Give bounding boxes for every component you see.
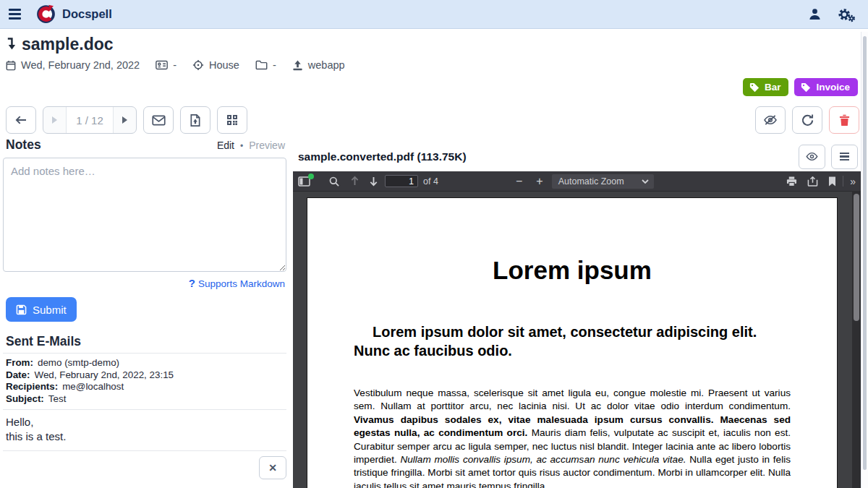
markdown-hint-label: Supports Markdown — [198, 278, 285, 289]
pdf-save-icon[interactable] — [807, 176, 818, 187]
calendar-icon — [6, 60, 16, 71]
source-value: webapp — [308, 59, 345, 71]
settings-gears-icon[interactable] — [838, 7, 855, 22]
pdf-toolbar: of 4 − + Automatic Zoom — [293, 171, 861, 191]
pdf-more-tools-icon[interactable]: » — [850, 176, 855, 187]
page-scrollbar-thumb[interactable] — [863, 36, 867, 470]
mail-button[interactable] — [143, 106, 174, 134]
pdf-zoom-select[interactable]: Automatic Zoom — [552, 174, 654, 189]
prev-page-button[interactable] — [43, 107, 66, 133]
pdf-bookmark-icon[interactable] — [828, 176, 836, 187]
question-icon: ? — [189, 277, 195, 289]
pdf-sidebar-toggle-icon[interactable] — [298, 176, 310, 187]
attachment-menu-button[interactable] — [831, 145, 858, 169]
email-from-row: From:demo (smtp-demo) — [6, 357, 284, 369]
submit-button[interactable]: Submit — [6, 297, 77, 322]
pdf-page: Lorem ipsum Lorem ipsum dolor sit amet, … — [307, 197, 838, 488]
back-button[interactable] — [6, 106, 36, 134]
upload-icon — [292, 60, 303, 71]
tab-separator-dot: • — [240, 141, 243, 151]
pdf-zoom-in-icon[interactable]: + — [536, 175, 542, 188]
notes-input[interactable] — [3, 158, 286, 272]
notes-edit-tab[interactable]: Edit — [217, 140, 234, 151]
item-date: Wed, February 2nd, 2022 — [21, 59, 140, 71]
sidebar-notification-dot — [308, 174, 314, 179]
reprocess-button[interactable] — [792, 106, 822, 134]
user-icon[interactable] — [808, 7, 822, 21]
sent-emails-title: Sent E-Mails — [3, 334, 286, 349]
pdf-next-page-icon[interactable] — [369, 176, 378, 187]
email-body: Hello, this is a test. — [3, 409, 286, 450]
page-indicator: 1 / 12 — [66, 107, 114, 133]
next-page-button[interactable] — [114, 107, 136, 133]
pdf-zoom-value: Automatic Zoom — [558, 176, 624, 187]
left-panel: Notes Edit • Preview ?Supports Markdown … — [3, 137, 286, 479]
brand-name: Docspell — [62, 7, 112, 21]
correspondent-card-icon — [156, 60, 168, 70]
tag-icon — [801, 82, 811, 93]
top-navbar: Docspell — [0, 0, 868, 29]
tag-chip[interactable]: Bar — [743, 78, 789, 96]
email-card: From:demo (smtp-demo) Date:Wed, February… — [3, 353, 286, 479]
document-meta-row: Wed, February 2nd, 2022 - House - webapp — [6, 59, 345, 71]
tag-chip[interactable]: Invoice — [794, 78, 858, 96]
save-icon — [16, 304, 27, 315]
file-upload-button[interactable] — [180, 106, 210, 134]
qr-code-button[interactable] — [217, 106, 247, 134]
folder-value: - — [273, 59, 276, 71]
pdf-print-icon[interactable] — [786, 176, 797, 187]
pdf-scrollbar-thumb[interactable] — [854, 194, 859, 321]
submit-label: Submit — [33, 304, 67, 316]
correspondent-value: - — [173, 59, 176, 71]
pdf-doc-subtitle: Lorem ipsum dolor sit amet, consectetur … — [354, 322, 791, 360]
attachment-title: sample.converted.pdf (113.75K) — [298, 150, 467, 163]
crosshair-icon — [192, 59, 204, 71]
chevron-down-icon — [642, 179, 649, 184]
attachment-pager: 1 / 12 — [43, 106, 137, 134]
document-title-row: sample.doc — [6, 35, 114, 54]
markdown-hint-link[interactable]: ?Supports Markdown — [3, 277, 286, 289]
email-recipients-row: Recipients:me@localhost — [6, 381, 284, 393]
email-body-line: Hello, — [6, 415, 284, 429]
email-date-row: Date:Wed, February 2nd, 2022, 23:15 — [6, 369, 284, 382]
brand[interactable]: Docspell — [36, 4, 112, 24]
pdf-prev-page-icon[interactable] — [350, 176, 359, 187]
item-toolbar: 1 / 12 — [6, 106, 859, 134]
hide-item-button[interactable] — [755, 106, 786, 134]
tag-label: Bar — [765, 82, 781, 93]
pdf-doc-title: Lorem ipsum — [354, 256, 791, 285]
pdf-viewer: of 4 − + Automatic Zoom — [293, 171, 861, 488]
concerning-value: House — [209, 59, 239, 71]
attachment-panel: sample.converted.pdf (113.75K) — [293, 142, 861, 488]
close-email-button[interactable]: ✕ — [259, 456, 286, 479]
view-toggle-button[interactable] — [799, 145, 825, 169]
menu-icon[interactable] — [0, 0, 29, 29]
email-subject-row: Subject:Test — [6, 393, 284, 406]
notes-title: Notes — [6, 137, 41, 153]
pdf-scrollbar[interactable] — [852, 191, 861, 488]
pdf-page-input[interactable] — [385, 175, 418, 187]
delete-button[interactable] — [829, 106, 859, 134]
page-scrollbar[interactable] — [861, 32, 868, 488]
tag-label: Invoice — [816, 82, 850, 93]
page-title: sample.doc — [22, 35, 114, 54]
pdf-search-icon[interactable] — [329, 176, 339, 187]
email-body-line: this is a test. — [6, 429, 284, 444]
docspell-logo-icon — [36, 4, 56, 24]
download-arrow-icon[interactable] — [6, 36, 17, 53]
folder-icon — [255, 60, 268, 70]
tag-icon — [749, 82, 760, 93]
tags-row: Bar Invoice — [743, 78, 858, 96]
pdf-zoom-out-icon[interactable]: − — [516, 175, 522, 188]
bars-icon — [840, 153, 849, 161]
pdf-paragraph: Vestibulum neque massa, scelerisque sit … — [354, 387, 791, 488]
pdf-page-count: of 4 — [423, 176, 438, 187]
notes-preview-tab[interactable]: Preview — [249, 140, 285, 151]
